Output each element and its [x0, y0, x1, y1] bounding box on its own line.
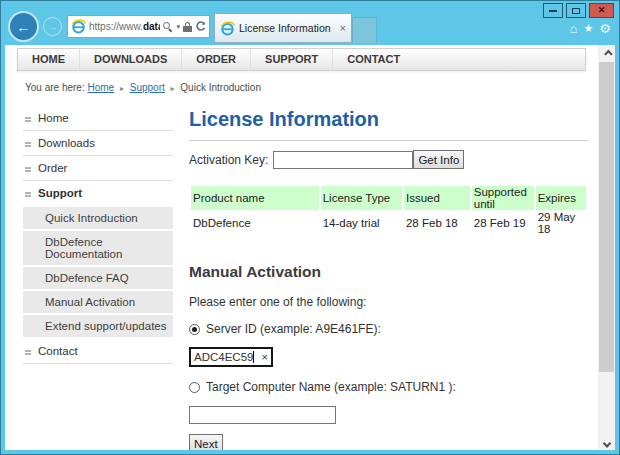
gear-settings-icon[interactable]: ⚙ — [599, 22, 611, 35]
site-nav: HOME DOWNLOADS ORDER SUPPORT CONTACT — [17, 48, 586, 71]
chevron-down-icon — [602, 439, 610, 447]
sidebar-item-support[interactable]: Support — [23, 181, 173, 205]
nav-item-downloads[interactable]: DOWNLOADS — [80, 49, 182, 70]
divider — [189, 140, 588, 141]
window-controls: ✕ — [543, 3, 614, 18]
new-tab-button[interactable] — [352, 17, 377, 43]
ie-logo-icon — [220, 21, 235, 36]
breadcrumb-separator-icon: ▸ — [117, 84, 127, 93]
clear-input-icon[interactable]: × — [262, 352, 268, 363]
bullet-icon — [25, 117, 31, 122]
nav-item-order[interactable]: ORDER — [182, 49, 251, 70]
computer-name-radio[interactable] — [189, 382, 200, 393]
server-id-input[interactable]: ADC4EC59 × — [189, 347, 273, 367]
server-id-value: ADC4EC59 — [194, 351, 253, 363]
breadcrumb-separator-icon: ▸ — [168, 84, 178, 93]
col-issued: Issued — [404, 186, 470, 210]
cell-product-name: DbDefence — [191, 210, 319, 236]
tab-close-icon[interactable]: × — [340, 23, 346, 34]
main-content: License Information Activation Key: Get … — [189, 106, 588, 450]
chevron-down-icon[interactable]: ▾ — [176, 23, 180, 31]
url-text: https://www.databa... — [89, 21, 160, 32]
computer-name-radio-row: Target Computer Name (example: SATURN1 )… — [189, 380, 588, 394]
col-license-type: License Type — [321, 186, 402, 210]
cell-supported-until: 28 Feb 19 — [472, 210, 534, 236]
forward-arrow-icon: → — [48, 21, 58, 32]
sidebar-item-quick-introduction[interactable]: Quick Introduction — [23, 207, 173, 229]
server-id-radio-row: Server ID (example: A9E461FE): — [189, 322, 588, 336]
bullet-icon — [25, 167, 31, 172]
manual-activation-intro: Please enter one of the following: — [189, 295, 588, 309]
breadcrumb-link-support[interactable]: Support — [130, 82, 165, 93]
page-title: License Information — [189, 108, 588, 131]
breadcrumb-link-home[interactable]: Home — [87, 82, 114, 93]
breadcrumb-prefix: You are here: — [25, 82, 85, 93]
activation-key-label: Activation Key: — [189, 153, 268, 167]
sidebar-item-extend-support[interactable]: Extend support/updates — [23, 315, 173, 337]
col-product-name: Product name — [191, 186, 319, 210]
sidebar-item-manual-activation[interactable]: Manual Activation — [23, 291, 173, 313]
vertical-scrollbar[interactable] — [598, 45, 615, 450]
star-favorites-icon[interactable]: ★ — [583, 23, 593, 34]
license-table: Product name License Type Issued Support… — [189, 186, 588, 236]
sidebar-item-dbdefence-faq[interactable]: DbDefence FAQ — [23, 267, 173, 289]
sidebar-item-order[interactable]: Order — [23, 156, 173, 181]
scrollbar-thumb[interactable] — [599, 62, 614, 372]
scroll-up-button[interactable] — [598, 45, 615, 62]
close-icon: ✕ — [598, 6, 606, 15]
computer-name-radio-label: Target Computer Name (example: SATURN1 )… — [206, 380, 456, 394]
back-button[interactable]: ← — [10, 13, 37, 40]
page-content: HOME DOWNLOADS ORDER SUPPORT CONTACT You… — [5, 45, 598, 450]
back-arrow-icon: ← — [17, 19, 31, 35]
server-id-radio-label: Server ID (example: A9E461FE): — [206, 322, 381, 336]
nav-item-support[interactable]: SUPPORT — [251, 49, 333, 70]
maximize-icon — [572, 8, 580, 14]
browser-window: ✕ ← → https://www.databa... ▾ — [0, 0, 620, 455]
cell-expires: 29 May 18 — [536, 210, 586, 236]
forward-button[interactable]: → — [43, 17, 62, 36]
sidebar-item-home[interactable]: Home — [23, 106, 173, 131]
home-icon[interactable]: ⌂ — [570, 22, 578, 35]
address-bar[interactable]: https://www.databa... ▾ — [67, 15, 210, 38]
maximize-button[interactable] — [566, 3, 586, 18]
license-table-header-row: Product name License Type Issued Support… — [191, 186, 586, 210]
bullet-icon — [25, 192, 31, 197]
manual-activation-title: Manual Activation — [189, 263, 588, 281]
sidebar: Home Downloads Order Support Quick Intro… — [23, 106, 173, 450]
nav-item-home[interactable]: HOME — [18, 49, 80, 70]
scroll-down-button[interactable] — [598, 433, 615, 450]
browser-toolbar: ← → https://www.databa... ▾ — [10, 13, 619, 43]
activation-key-input[interactable] — [273, 151, 413, 169]
ie-logo-icon — [71, 19, 86, 34]
bullet-icon — [25, 142, 31, 147]
cell-issued: 28 Feb 18 — [404, 210, 470, 236]
page-viewport: HOME DOWNLOADS ORDER SUPPORT CONTACT You… — [5, 45, 615, 450]
license-table-row: DbDefence 14-day trial 28 Feb 18 28 Feb … — [191, 210, 586, 236]
next-button[interactable]: Next — [189, 434, 223, 450]
col-supported-until: Supported until — [472, 186, 534, 210]
minimize-button[interactable] — [543, 3, 563, 18]
col-expires: Expires — [536, 186, 586, 210]
breadcrumb-current: Quick Introduction — [180, 82, 261, 93]
cell-license-type: 14-day trial — [321, 210, 402, 236]
refresh-icon[interactable] — [195, 21, 206, 32]
server-id-radio[interactable] — [189, 324, 200, 335]
bullet-icon — [25, 350, 31, 355]
tab-title: License Information — [239, 22, 331, 34]
lock-icon — [183, 22, 192, 32]
breadcrumb: You are here: Home ▸ Support ▸ Quick Int… — [25, 82, 598, 93]
get-info-button[interactable]: Get Info — [413, 150, 464, 169]
chevron-up-icon — [604, 49, 612, 57]
close-button[interactable]: ✕ — [589, 3, 614, 18]
minimize-icon — [549, 10, 557, 12]
tab-license-information[interactable]: License Information × — [214, 13, 352, 43]
activation-key-row: Activation Key: Get Info — [189, 150, 588, 169]
search-icon[interactable] — [163, 22, 173, 32]
sidebar-item-contact[interactable]: Contact — [23, 339, 173, 364]
sidebar-item-dbdefence-documentation[interactable]: DbDefence Documentation — [23, 231, 173, 265]
text-cursor — [253, 351, 254, 363]
nav-item-contact[interactable]: CONTACT — [333, 49, 414, 70]
sidebar-item-downloads[interactable]: Downloads — [23, 131, 173, 156]
computer-name-input[interactable] — [189, 406, 336, 424]
